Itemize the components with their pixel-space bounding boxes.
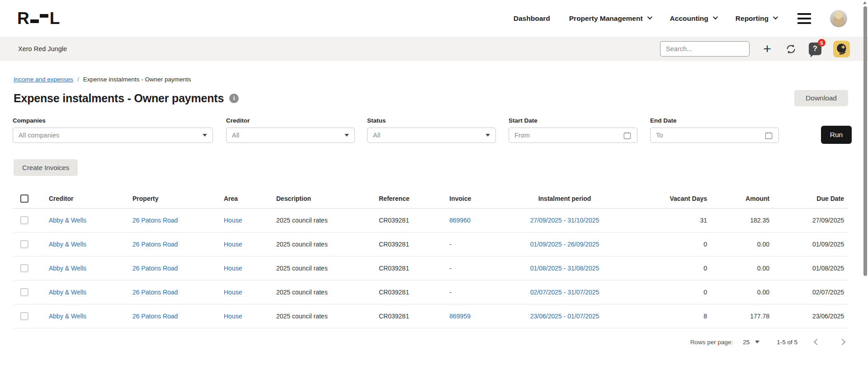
- area-link[interactable]: House: [224, 289, 242, 296]
- info-icon[interactable]: i: [229, 94, 239, 103]
- calendar-icon[interactable]: [623, 131, 632, 140]
- area-link[interactable]: House: [224, 265, 242, 272]
- question-mark-glyph: ?: [813, 45, 817, 53]
- property-link[interactable]: 26 Patons Road: [132, 289, 178, 296]
- nav-accounting[interactable]: Accounting: [670, 14, 717, 23]
- filter-creditor: Creditor All: [226, 117, 355, 143]
- nav-property-management-label: Property Management: [569, 14, 643, 23]
- amount-cell: 177.78: [712, 304, 774, 328]
- instalment-period-link[interactable]: 01/08/2025 - 31/08/2025: [530, 265, 599, 272]
- logo-dash-high: [40, 14, 48, 18]
- menu-icon[interactable]: [797, 13, 811, 24]
- col-reference: Reference: [379, 190, 449, 208]
- row-checkbox[interactable]: [20, 216, 28, 224]
- invoice-link[interactable]: 869960: [449, 217, 471, 224]
- logo-letter-l: L: [50, 10, 60, 27]
- area-link[interactable]: House: [224, 313, 242, 320]
- filter-end-date: End Date: [650, 117, 779, 143]
- due-date-cell: 01/08/2025: [774, 256, 849, 280]
- property-link[interactable]: 26 Patons Road: [132, 217, 178, 224]
- end-date-input[interactable]: [656, 132, 764, 139]
- app-logo[interactable]: R L: [17, 10, 59, 27]
- description-cell: 2025 council rates: [276, 256, 379, 280]
- col-due-date: Due Date: [774, 190, 849, 208]
- row-checkbox[interactable]: [20, 312, 28, 320]
- vacant-days-cell: 8: [621, 304, 712, 328]
- property-link[interactable]: 26 Patons Road: [132, 265, 178, 272]
- filter-companies: Companies All companies: [13, 117, 213, 143]
- select-all-checkbox[interactable]: [20, 194, 28, 203]
- status-select[interactable]: All: [367, 128, 496, 143]
- invoice-cell: -: [449, 256, 513, 280]
- search-input[interactable]: [660, 41, 750, 57]
- end-date-field[interactable]: [650, 128, 779, 143]
- companies-select[interactable]: All companies: [13, 128, 213, 143]
- start-date-field[interactable]: [509, 128, 637, 143]
- refresh-icon[interactable]: [785, 43, 797, 55]
- reference-cell: CR039281: [379, 280, 449, 304]
- start-date-input[interactable]: [514, 132, 623, 139]
- nav-accounting-label: Accounting: [670, 14, 708, 23]
- logo-letter-r: R: [17, 10, 29, 27]
- instalment-period-link[interactable]: 23/06/2025 - 01/07/2025: [530, 313, 599, 320]
- nav-reporting-label: Reporting: [736, 14, 769, 23]
- next-page-icon[interactable]: [839, 339, 845, 345]
- logo-dash-low: [30, 19, 39, 23]
- creditor-link[interactable]: Abby & Wells: [49, 265, 86, 272]
- breadcrumb-current: Expense instalments - Owner payments: [83, 76, 191, 83]
- add-icon[interactable]: +: [761, 42, 773, 56]
- instalment-period-link[interactable]: 01/09/2025 - 26/09/2025: [530, 241, 599, 248]
- filter-start-date: Start Date: [509, 117, 637, 143]
- property-link[interactable]: 26 Patons Road: [132, 241, 178, 248]
- creditor-link[interactable]: Abby & Wells: [49, 289, 86, 296]
- rows-per-page-select[interactable]: 25: [743, 339, 760, 346]
- run-button[interactable]: Run: [821, 126, 852, 144]
- creditor-link[interactable]: Abby & Wells: [49, 313, 86, 320]
- nav-reporting[interactable]: Reporting: [736, 14, 777, 23]
- table-header-row: Creditor Property Area Description Refer…: [14, 190, 849, 208]
- rows-per-page-value: 25: [743, 339, 750, 346]
- org-toolbar: + ? 5: [660, 41, 850, 57]
- chevron-down-icon: [344, 134, 349, 137]
- invoice-link[interactable]: 869959: [449, 313, 471, 320]
- property-link[interactable]: 26 Patons Road: [132, 313, 178, 320]
- nav-dashboard-label: Dashboard: [514, 14, 550, 23]
- table-row: Abby & Wells 26 Patons Road House 2025 c…: [14, 208, 849, 232]
- area-link[interactable]: House: [224, 217, 242, 224]
- instalments-table: Creditor Property Area Description Refer…: [14, 190, 849, 328]
- area-link[interactable]: House: [224, 241, 242, 248]
- notification-badge: 5: [818, 39, 826, 47]
- create-invoices-button[interactable]: Create Invoices: [14, 159, 78, 176]
- assistant-icon[interactable]: [833, 41, 850, 57]
- amount-cell: 0.00: [712, 232, 774, 256]
- row-checkbox[interactable]: [20, 264, 28, 272]
- instalment-period-link[interactable]: 27/09/2025 - 31/10/2025: [530, 217, 599, 224]
- breadcrumb-parent-link[interactable]: Income and expenses: [14, 76, 73, 83]
- download-button[interactable]: Download: [794, 90, 848, 106]
- creditor-label: Creditor: [226, 117, 355, 124]
- nav-property-management[interactable]: Property Management: [569, 14, 651, 23]
- help-icon[interactable]: ? 5: [809, 43, 821, 55]
- previous-page-icon[interactable]: [814, 339, 820, 345]
- scrollbar-thumb[interactable]: [863, 6, 867, 276]
- main-content: Income and expenses / Expense instalment…: [0, 76, 868, 346]
- creditor-select[interactable]: All: [226, 128, 355, 143]
- nav-dashboard[interactable]: Dashboard: [514, 14, 550, 23]
- rows-per-page-label: Rows per page:: [690, 339, 733, 346]
- companies-label: Companies: [13, 117, 213, 124]
- row-checkbox[interactable]: [20, 240, 28, 248]
- creditor-link[interactable]: Abby & Wells: [49, 217, 86, 224]
- table-row: Abby & Wells 26 Patons Road House 2025 c…: [14, 232, 849, 256]
- row-checkbox[interactable]: [20, 288, 28, 296]
- start-date-label: Start Date: [509, 117, 637, 124]
- table-row: Abby & Wells 26 Patons Road House 2025 c…: [14, 304, 849, 328]
- top-header: R L Dashboard Property Management Accoun…: [0, 0, 868, 37]
- instalment-period-link[interactable]: 02/07/2025 - 31/07/2025: [530, 289, 599, 296]
- due-date-cell: 01/09/2025: [774, 232, 849, 256]
- due-date-cell: 23/06/2025: [774, 304, 849, 328]
- reference-cell: CR039281: [379, 208, 449, 232]
- invoice-cell: -: [449, 232, 513, 256]
- creditor-link[interactable]: Abby & Wells: [49, 241, 86, 248]
- user-avatar[interactable]: [830, 10, 847, 27]
- calendar-icon[interactable]: [764, 131, 773, 140]
